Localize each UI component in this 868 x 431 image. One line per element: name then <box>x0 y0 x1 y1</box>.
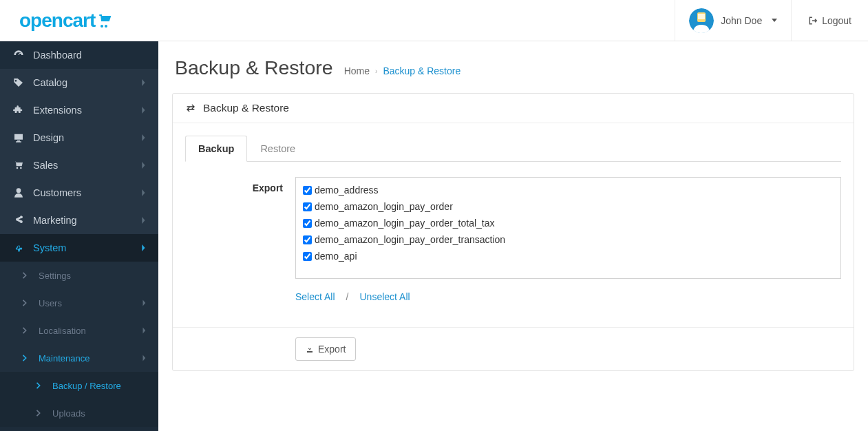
table-name-label[interactable]: demo_amazon_login_pay_order <box>315 201 453 212</box>
transfer-icon <box>185 103 196 114</box>
table-name-label[interactable]: demo_address <box>315 185 379 196</box>
chevron-right-icon <box>142 355 146 361</box>
table-row: demo_amazon_login_pay_order_transaction <box>303 231 834 248</box>
chevron-right-icon <box>140 107 146 114</box>
breadcrumb-current[interactable]: Backup & Restore <box>383 65 461 76</box>
chevron-right-icon <box>140 217 146 224</box>
table-row: demo_amazon_login_pay_order_total_tax <box>303 215 834 231</box>
unselect-all-link[interactable]: Unselect All <box>359 291 410 302</box>
table-checkbox[interactable] <box>303 252 312 261</box>
chevron-right-icon <box>142 327 146 334</box>
backup-panel: Backup & Restore Backup Restore Export d… <box>172 93 854 371</box>
chevron-right-icon <box>22 272 32 279</box>
chevron-right-icon <box>140 79 146 86</box>
sidebar-item-label: Extensions <box>33 105 140 116</box>
user-menu[interactable]: John Doe <box>675 0 791 41</box>
sidebar-item-label: Design <box>33 132 140 143</box>
sidebar-item-label: Sales <box>33 160 140 171</box>
chevron-right-icon <box>140 189 146 196</box>
table-checkbox[interactable] <box>303 219 312 228</box>
sidebar-item-label: Customers <box>33 187 140 198</box>
sidebar-item-label: Catalog <box>33 77 140 88</box>
caret-down-icon <box>772 19 777 22</box>
sidebar-subsubitem-backup[interactable]: Backup / Restore <box>0 372 158 399</box>
sidebar-item-label: Marketing <box>33 215 140 226</box>
svg-rect-4 <box>698 14 705 19</box>
svg-point-1 <box>105 25 107 28</box>
dashboard-icon <box>12 50 25 61</box>
sidebar-item-marketing[interactable]: Marketing <box>0 207 158 234</box>
sidebar-subitem-localisation[interactable]: Localisation <box>0 317 158 344</box>
chevron-right-icon <box>36 382 45 389</box>
export-label: Export <box>185 177 295 193</box>
select-all-link[interactable]: Select All <box>295 291 335 302</box>
sidebar-subitem-maintenance[interactable]: Maintenance <box>0 344 158 372</box>
page-title: Backup & Restore <box>175 56 333 79</box>
sidebar-subitem-label: Localisation <box>39 326 142 336</box>
tabs: Backup Restore <box>185 136 841 162</box>
table-checkbox[interactable] <box>303 235 312 244</box>
user-name-label: John Doe <box>721 15 762 26</box>
logout-button[interactable]: Logout <box>791 0 868 41</box>
tag-icon <box>12 77 25 88</box>
top-header: opencart John Doe Logout <box>0 0 868 41</box>
chevron-right-icon <box>22 327 32 334</box>
table-row: demo_api <box>303 248 834 264</box>
breadcrumb-home[interactable]: Home <box>344 65 370 76</box>
export-button[interactable]: Export <box>295 337 356 361</box>
sidebar-item-catalog[interactable]: Catalog <box>0 69 158 96</box>
tab-backup[interactable]: Backup <box>185 136 247 162</box>
sidebar-item-dashboard[interactable]: Dashboard <box>0 41 158 69</box>
divider: / <box>346 291 349 302</box>
table-name-label[interactable]: demo_api <box>315 251 357 262</box>
sidebar-item-customers[interactable]: Customers <box>0 179 158 207</box>
page-header: Backup & Restore Home › Backup & Restore <box>158 41 868 93</box>
breadcrumb-separator: › <box>375 67 377 75</box>
sidebar-item-label: Dashboard <box>33 50 146 61</box>
breadcrumb: Home › Backup & Restore <box>344 65 461 76</box>
cart-icon <box>12 160 25 171</box>
table-checkbox[interactable] <box>303 186 312 195</box>
table-row: demo_amazon_login_pay_order <box>303 198 834 215</box>
sidebar-subitem-label: Users <box>39 298 142 308</box>
sidebar-subitem-label: Maintenance <box>39 353 142 364</box>
table-checkbox[interactable] <box>303 202 312 211</box>
puzzle-icon <box>12 105 25 116</box>
download-icon <box>306 345 314 353</box>
sidebar-subitem-label: Settings <box>39 271 146 281</box>
sidebar-item-system[interactable]: System <box>0 234 158 262</box>
svg-point-0 <box>100 25 103 28</box>
chevron-right-icon <box>22 299 32 306</box>
sidebar-subitem-settings[interactable]: Settings <box>0 262 158 289</box>
logout-icon <box>808 16 818 25</box>
chevron-right-icon <box>22 355 32 361</box>
sidebar-subsubitem-label: Backup / Restore <box>52 381 121 391</box>
sidebar-subitem-users[interactable]: Users <box>0 289 158 317</box>
chevron-right-icon <box>36 410 45 417</box>
header-right: John Doe Logout <box>675 0 868 41</box>
user-icon <box>12 187 25 198</box>
main-content: Backup & Restore Home › Backup & Restore… <box>158 41 868 431</box>
panel-heading: Backup & Restore <box>173 94 854 123</box>
sidebar-item-design[interactable]: Design <box>0 124 158 151</box>
sidebar-item-extensions[interactable]: Extensions <box>0 96 158 124</box>
sidebar-item-sales[interactable]: Sales <box>0 151 158 179</box>
sidebar-subsubitem-label: Uploads <box>52 408 85 419</box>
avatar-icon <box>689 8 714 33</box>
share-icon <box>12 215 25 226</box>
brand-name: opencart <box>19 10 95 32</box>
table-name-label[interactable]: demo_amazon_login_pay_order_transaction <box>315 234 505 245</box>
chevron-right-icon <box>142 299 146 306</box>
brand-logo[interactable]: opencart <box>0 10 158 32</box>
sidebar-subsubitem-uploads[interactable]: Uploads <box>0 399 158 427</box>
panel-title: Backup & Restore <box>203 102 289 114</box>
brand-cart-icon <box>97 12 114 29</box>
chevron-right-icon <box>140 162 146 169</box>
chevron-right-icon <box>140 244 146 251</box>
table-row: demo_address <box>303 182 834 198</box>
table-name-label[interactable]: demo_amazon_login_pay_order_total_tax <box>315 218 495 229</box>
chevron-right-icon <box>140 134 146 141</box>
tab-restore[interactable]: Restore <box>247 136 308 162</box>
sidebar-item-label: System <box>33 242 140 253</box>
export-tables-list[interactable]: demo_addressdemo_amazon_login_pay_orderd… <box>295 177 841 279</box>
